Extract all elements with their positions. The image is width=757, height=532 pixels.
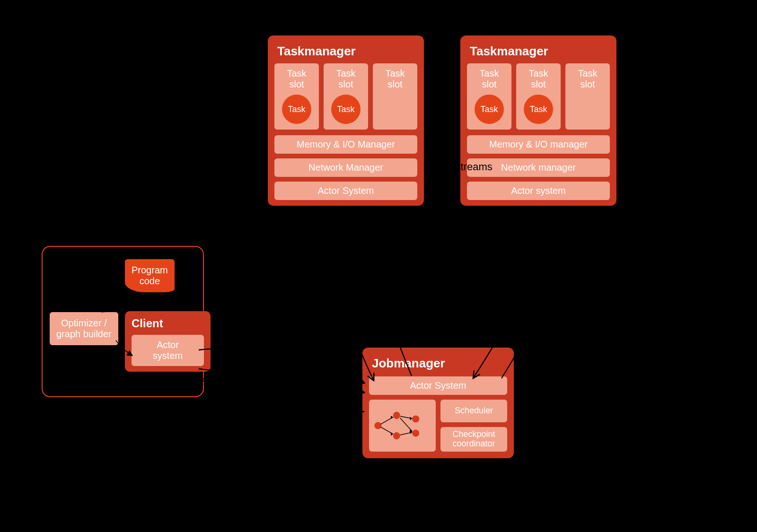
- task-circle: Task: [331, 95, 361, 124]
- task-slot-label: Taskslot: [568, 68, 607, 90]
- data-streams-label: Data streams: [431, 161, 493, 173]
- task-slot-label: Taskslot: [519, 68, 558, 90]
- task-circle: Task: [524, 95, 553, 124]
- flink-program-label: Flink Program: [45, 229, 110, 242]
- svg-point-4: [412, 429, 419, 436]
- taskmanager-title: Taskmanager: [470, 44, 610, 59]
- cancel-update-label: Cancel / update job: [222, 374, 266, 396]
- jobmanager-title: Jobmanager: [372, 356, 507, 371]
- actor-system-block: Actor system: [132, 335, 204, 366]
- scheduler-block: Scheduler: [440, 400, 507, 422]
- task-slot: Taskslot: [565, 63, 610, 130]
- task-status-label: Task Status heartbeats statistics: [525, 262, 574, 297]
- actor-system-bar: Actor System: [369, 376, 507, 395]
- task-slot: Taskslot Task: [516, 63, 561, 130]
- program-dataflow-label: Program dataflow: [76, 274, 112, 297]
- task-slot: Taskslot Task: [467, 63, 511, 130]
- task-slot-label: Taskslot: [277, 68, 316, 90]
- taskmanager-title: Taskmanager: [277, 44, 417, 59]
- taskmanager-panel-2: Taskmanager Taskslot Task Taskslot Task …: [460, 35, 616, 206]
- svg-point-1: [393, 412, 400, 419]
- svg-point-0: [374, 422, 381, 429]
- task-slot: Taskslot Task: [274, 63, 319, 130]
- memory-io-manager-bar: Memory & I/O manager: [467, 135, 610, 154]
- status-updates-label: Status updates statistics & results: [213, 416, 276, 450]
- svg-marker-11: [391, 432, 393, 436]
- task-slot: Taskslot: [373, 63, 417, 130]
- svg-point-3: [412, 415, 419, 422]
- task-circle: Task: [282, 95, 311, 124]
- svg-point-2: [393, 432, 400, 439]
- task-slot-label: Taskslot: [470, 68, 509, 90]
- jobmanager-panel: Jobmanager Actor System S: [362, 348, 514, 458]
- client-title: Client: [132, 317, 204, 330]
- svg-line-8: [400, 418, 412, 431]
- svg-marker-12: [410, 417, 412, 420]
- client-panel: Client Actor system: [125, 311, 211, 372]
- task-slots-row: Taskslot Task Taskslot Task Taskslot: [467, 63, 610, 130]
- taskmanager-panel-1: Taskmanager Taskslot Task Taskslot Task …: [268, 35, 424, 206]
- program-code-note: Program code: [125, 259, 175, 292]
- memory-io-manager-bar: Memory & I/O Manager: [274, 135, 417, 154]
- network-manager-bar: Network Manager: [274, 158, 417, 177]
- svg-marker-10: [391, 416, 393, 419]
- dataflow-graph-icon: [369, 400, 436, 452]
- submit-job-label: Submit job (send dataflow): [211, 329, 275, 351]
- task-slot: Taskslot Task: [324, 63, 368, 130]
- deploy-cancel-label: Deploy / stop / cancel tasks Trigger che…: [270, 248, 330, 294]
- optimizer-graph-builder-box: Optimizer / graph builder: [50, 312, 118, 345]
- actor-system-bar: Actor System: [274, 182, 417, 200]
- task-slot-label: Taskslot: [376, 68, 414, 90]
- checkpoint-coordinator-block: Checkpoint coordinator: [440, 427, 507, 452]
- task-slots-row: Taskslot Task Taskslot Task Taskslot: [274, 63, 417, 130]
- task-circle: Task: [475, 95, 504, 124]
- task-slot-label: Taskslot: [326, 68, 365, 90]
- actor-system-bar: Actor system: [467, 182, 610, 200]
